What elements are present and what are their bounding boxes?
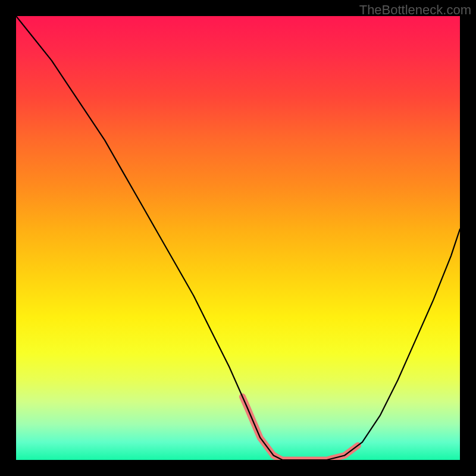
highlight-segment — [274, 456, 336, 461]
highlight-segment — [243, 397, 278, 458]
attribution-text: TheBottleneck.com — [359, 2, 471, 18]
bottleneck-curve — [16, 16, 460, 460]
chart-svg — [16, 16, 460, 460]
highlight-group — [243, 397, 358, 460]
highlight-segment — [331, 446, 358, 459]
plot-area — [16, 16, 460, 460]
